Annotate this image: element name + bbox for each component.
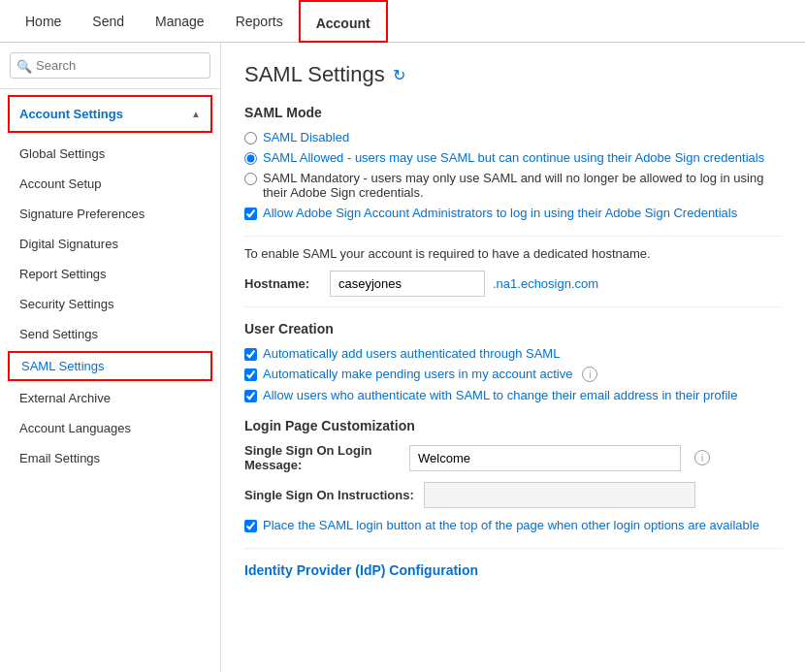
hostname-input[interactable] — [330, 271, 485, 297]
sso-login-message-row: Single Sign On LoginMessage: i — [244, 443, 782, 472]
sidebar-item-security-settings[interactable]: Security Settings — [0, 289, 220, 319]
saml-allowed-label: SAML Allowed - users may use SAML but ca… — [263, 150, 764, 165]
saml-allow-admin-checkbox[interactable] — [244, 208, 257, 220]
auto-pending-users-option: Automatically make pending users in my a… — [244, 367, 782, 382]
hostname-suffix: .na1.echosign.com — [493, 276, 598, 291]
saml-button-top-option: Place the SAML login button at the top o… — [244, 518, 782, 532]
sidebar-search-area: 🔍 — [0, 43, 220, 89]
chevron-up-icon: ▲ — [191, 109, 201, 119]
sso-login-message-input[interactable] — [409, 445, 681, 471]
saml-allow-admin-option: Allow Adobe Sign Account Administrators … — [244, 206, 782, 220]
nav-account[interactable]: Account — [299, 0, 388, 43]
sidebar-item-external-archive[interactable]: External Archive — [0, 383, 220, 413]
sidebar-item-email-settings[interactable]: Email Settings — [0, 443, 220, 473]
auto-pending-users-checkbox[interactable] — [244, 368, 257, 381]
allow-email-change-checkbox[interactable] — [244, 390, 257, 402]
sidebar-item-account-languages[interactable]: Account Languages — [0, 413, 220, 443]
saml-button-top-label: Place the SAML login button at the top o… — [263, 518, 759, 532]
main-layout: 🔍 Account Settings ▲ Global Settings Acc… — [0, 43, 805, 672]
pending-users-info-icon[interactable]: i — [582, 367, 597, 382]
saml-mode-section: SAML Mode SAML Disabled SAML Allowed - u… — [244, 105, 782, 220]
saml-allowed-option: SAML Allowed - users may use SAML but ca… — [244, 150, 782, 165]
user-creation-title: User Creation — [244, 321, 782, 336]
auto-add-users-label: Automatically add users authenticated th… — [263, 346, 560, 361]
search-icon: 🔍 — [16, 58, 32, 73]
sso-instructions-label: Single Sign On Instructions: — [244, 488, 414, 502]
login-page-title: Login Page Customization — [244, 418, 782, 433]
sidebar-item-global-settings[interactable]: Global Settings — [0, 139, 220, 169]
sidebar-item-digital-signatures[interactable]: Digital Signatures — [0, 229, 220, 259]
auto-add-users-checkbox[interactable] — [244, 348, 257, 361]
idp-config-title: Identity Provider (IdP) Configuration — [244, 562, 782, 578]
nav-home[interactable]: Home — [10, 0, 77, 43]
top-navigation: Home Send Manage Reports Account — [0, 0, 805, 43]
sidebar-item-send-settings[interactable]: Send Settings — [0, 319, 220, 349]
saml-disabled-radio[interactable] — [244, 132, 257, 144]
search-input[interactable] — [10, 52, 210, 79]
sso-login-message-label: Single Sign On LoginMessage: — [244, 443, 400, 472]
sidebar-item-account-setup[interactable]: Account Setup — [0, 169, 220, 199]
sso-instructions-input[interactable] — [424, 482, 695, 508]
section-divider — [244, 548, 782, 549]
sidebar-item-report-settings[interactable]: Report Settings — [0, 259, 220, 289]
content-area: SAML Settings ↻ SAML Mode SAML Disabled … — [221, 43, 805, 672]
hostname-row: Hostname: .na1.echosign.com — [244, 271, 782, 297]
sso-login-message-info-icon[interactable]: i — [694, 450, 710, 465]
user-creation-section: User Creation Automatically add users au… — [244, 321, 782, 402]
saml-allowed-radio[interactable] — [244, 152, 257, 165]
saml-button-top-checkbox[interactable] — [244, 520, 257, 532]
hostname-note: To enable SAML your account is required … — [244, 246, 782, 261]
sidebar-item-signature-preferences[interactable]: Signature Preferences — [0, 199, 220, 229]
nav-manage[interactable]: Manage — [140, 0, 220, 43]
saml-mandatory-radio[interactable] — [244, 173, 257, 185]
refresh-icon[interactable]: ↻ — [393, 66, 405, 84]
sso-instructions-row: Single Sign On Instructions: — [244, 482, 782, 508]
account-settings-label: Account Settings — [19, 107, 123, 121]
hostname-section: To enable SAML your account is required … — [244, 236, 782, 307]
saml-mandatory-label: SAML Mandatory - users may only use SAML… — [263, 171, 782, 200]
allow-email-change-option: Allow users who authenticate with SAML t… — [244, 388, 782, 402]
saml-allow-admin-label: Allow Adobe Sign Account Administrators … — [263, 206, 737, 220]
page-title-area: SAML Settings ↻ — [244, 62, 782, 87]
nav-send[interactable]: Send — [77, 0, 140, 43]
page-title: SAML Settings — [244, 62, 385, 87]
sidebar: 🔍 Account Settings ▲ Global Settings Acc… — [0, 43, 221, 672]
saml-mandatory-option: SAML Mandatory - users may only use SAML… — [244, 171, 782, 200]
sidebar-item-saml-settings[interactable]: SAML Settings — [8, 351, 212, 381]
saml-mode-title: SAML Mode — [244, 105, 782, 120]
auto-pending-users-label: Automatically make pending users in my a… — [263, 367, 572, 381]
account-settings-header[interactable]: Account Settings ▲ — [8, 95, 212, 133]
allow-email-change-label: Allow users who authenticate with SAML t… — [263, 388, 737, 402]
nav-reports[interactable]: Reports — [220, 0, 299, 43]
login-page-section: Login Page Customization Single Sign On … — [244, 418, 782, 532]
saml-disabled-option: SAML Disabled — [244, 130, 782, 144]
saml-disabled-label: SAML Disabled — [263, 130, 349, 144]
auto-add-users-option: Automatically add users authenticated th… — [244, 346, 782, 361]
hostname-label: Hostname: — [244, 276, 322, 291]
